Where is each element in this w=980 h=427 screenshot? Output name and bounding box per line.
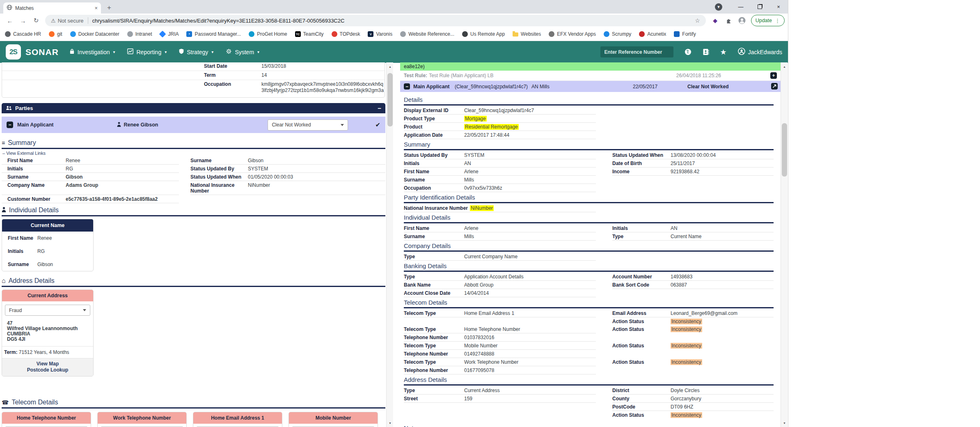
bookmark-item[interactable]: Websites xyxy=(513,31,541,37)
address-status-select[interactable]: Fraud xyxy=(5,305,90,316)
match-row[interactable]: − Main Applicant (Clear_59hncwq1qjzpdwla… xyxy=(400,81,781,92)
bookmark-label: Intranet xyxy=(135,31,152,37)
bookmark-item[interactable]: Us Remote App xyxy=(462,31,505,37)
bookmark-item[interactable]: Cascade HR xyxy=(5,31,41,37)
bookmark-item[interactable]: Intranet xyxy=(127,31,152,37)
view-external-links[interactable]: – View External Links xyxy=(2,151,386,156)
favorites-star-icon[interactable]: ★ xyxy=(720,48,727,57)
party-row[interactable]: − Main Applicant Renee Gibson Clear Not … xyxy=(2,117,385,133)
postcode-lookup-link[interactable]: Postcode Lookup xyxy=(2,367,93,373)
person-circle-icon xyxy=(738,48,745,56)
close-button[interactable]: × xyxy=(769,0,788,14)
field-cell: Email AddressLeonard_Berge69@gmail.com xyxy=(612,309,774,317)
collapse-icon[interactable]: − xyxy=(7,122,13,128)
field-label: Surname xyxy=(404,177,464,183)
view-map-link[interactable]: View Map xyxy=(2,361,93,367)
field-row: Application Date22/05/2017 17:48:44 xyxy=(404,131,774,139)
open-match-icon[interactable] xyxy=(771,83,778,90)
field-cell xyxy=(612,106,774,115)
field-cell: National Insurance NumberNiNumber xyxy=(190,181,385,195)
globe-icon[interactable] xyxy=(685,48,691,55)
expand-icon[interactable]: + xyxy=(770,72,777,79)
scroll-down-icon[interactable]: ▼ xyxy=(387,420,394,426)
bookmark-item[interactable]: git xyxy=(49,31,62,37)
scroll-up-icon[interactable]: ▲ xyxy=(387,63,394,70)
person-icon xyxy=(117,122,121,128)
address-bar[interactable]: ⚠ Not secure chrysalismt/SIRA/Enquiry/Ma… xyxy=(45,15,706,26)
bookmark-item[interactable]: *Password Manager... xyxy=(186,31,241,37)
profile-avatar-icon[interactable] xyxy=(737,15,747,26)
telecom-card: Home Email Address 1 Fraud Brandi27@hotm… xyxy=(193,412,282,427)
field-value: Inconsistency xyxy=(671,343,702,349)
scrollbar-thumb[interactable] xyxy=(387,73,393,126)
party-status-select[interactable]: Clear Not Worked xyxy=(268,119,348,131)
card-header: Current Address xyxy=(2,290,93,301)
nav-investigation[interactable]: Investigation▾ xyxy=(69,48,115,55)
field-value: 063887 xyxy=(671,282,687,288)
extensions-puzzle-icon[interactable] xyxy=(724,15,734,26)
bookmark-item[interactable]: Scrumpy xyxy=(604,31,631,37)
field-value: Gibson xyxy=(66,174,82,180)
minimize-button[interactable]: — xyxy=(731,0,750,14)
field-cell: Status Updated BySYSTEM xyxy=(190,165,385,173)
app-header: 2S SONAR Investigation▾ Reporting▾ Strat… xyxy=(0,41,788,63)
party-role: Main Applicant xyxy=(17,122,53,128)
field-label: Bank Sort Code xyxy=(612,282,671,288)
nav-system[interactable]: System▾ xyxy=(226,48,259,55)
bookmark-item[interactable]: ProGet Home xyxy=(249,31,287,37)
telecom-card: Mobile Number Fraud 01497760038 xyxy=(289,412,378,427)
bookmark-item[interactable]: TCTeamCity xyxy=(295,31,324,37)
reload-icon[interactable]: ↻ xyxy=(31,15,41,26)
field-label: Date of Birth xyxy=(612,161,671,166)
field-row: Start Date 15/03/2018 xyxy=(2,62,385,71)
field-cell: Status Updated When13/08/2020 00:00:04 xyxy=(612,151,774,159)
extension-diamond-icon[interactable]: ◆ xyxy=(710,15,721,26)
field-cell xyxy=(612,350,774,358)
scroll-down-icon[interactable]: ▼ xyxy=(781,420,788,426)
bookmark-item[interactable]: Fortify xyxy=(674,31,696,37)
field-label: Occupation xyxy=(404,185,464,191)
section-divider xyxy=(2,407,385,409)
collapse-panel-icon[interactable]: − xyxy=(378,105,381,112)
new-tab-button[interactable]: + xyxy=(104,3,114,13)
left-scrollbar[interactable]: ▲ ▼ xyxy=(386,62,393,427)
nav-reporting[interactable]: Reporting▾ xyxy=(127,48,167,55)
back-icon[interactable]: ← xyxy=(5,15,15,26)
bookmark-item[interactable]: Website Reference... xyxy=(400,31,454,37)
bookmark-item[interactable]: Docker Datacenter xyxy=(70,31,119,37)
field-cell: TypeCurrent Company Name xyxy=(404,253,596,261)
scroll-up-icon[interactable]: ▲ xyxy=(781,63,788,70)
bookmark-item[interactable]: JRIA xyxy=(160,31,179,37)
bookmark-item[interactable]: EFX Vendor Apps xyxy=(549,31,596,37)
browser-menu-icon[interactable]: ⋮ xyxy=(775,18,780,24)
right-scrollbar[interactable]: ▲ ▼ xyxy=(781,62,788,427)
field-row: SurnameMills xyxy=(404,176,774,184)
nav-label: Strategy xyxy=(187,49,208,55)
nav-strategy[interactable]: Strategy▾ xyxy=(179,48,213,55)
browser-tab[interactable]: Matches × xyxy=(3,2,101,14)
bookmark-star-icon[interactable]: ☆ xyxy=(695,17,700,24)
contacts-book-icon[interactable] xyxy=(703,48,709,55)
reference-search-input[interactable] xyxy=(600,46,673,57)
checkmark-icon[interactable]: ✔ xyxy=(375,121,380,129)
notes-section: Notes SYSTEM 13/08/2020 00:00:04 xyxy=(404,425,774,427)
bookmark-item[interactable]: VVaronis xyxy=(368,31,392,37)
window-controls: ▼ — × xyxy=(715,0,788,14)
field-row: Status Updated BySYSTEMStatus Updated Wh… xyxy=(404,151,774,159)
bookmark-item[interactable]: TOPdesk xyxy=(332,31,360,37)
collapse-icon[interactable]: − xyxy=(404,83,410,90)
browser-update-badge-icon[interactable]: ▼ xyxy=(715,3,722,11)
field-value: 0v97xx5iv733h6z xyxy=(464,185,502,191)
scrollbar-thumb[interactable] xyxy=(782,123,787,177)
user-menu[interactable]: JackEdwards xyxy=(738,48,782,56)
forward-icon[interactable]: → xyxy=(18,15,28,26)
bookmark-item[interactable]: Acunetix xyxy=(639,31,666,37)
tab-close-icon[interactable]: × xyxy=(94,5,98,11)
restore-button[interactable] xyxy=(750,0,769,14)
parties-panel-header[interactable]: Parties − xyxy=(2,103,385,113)
gitlab-icon xyxy=(49,31,55,37)
update-button[interactable]: Update ⋮ xyxy=(751,15,785,26)
section-grid: TypeCurrent Company Name xyxy=(404,253,774,261)
telecom-cards: Home Telephone Number Fraud 01366081374 … xyxy=(2,412,386,427)
field-label: Account Number xyxy=(612,274,671,280)
